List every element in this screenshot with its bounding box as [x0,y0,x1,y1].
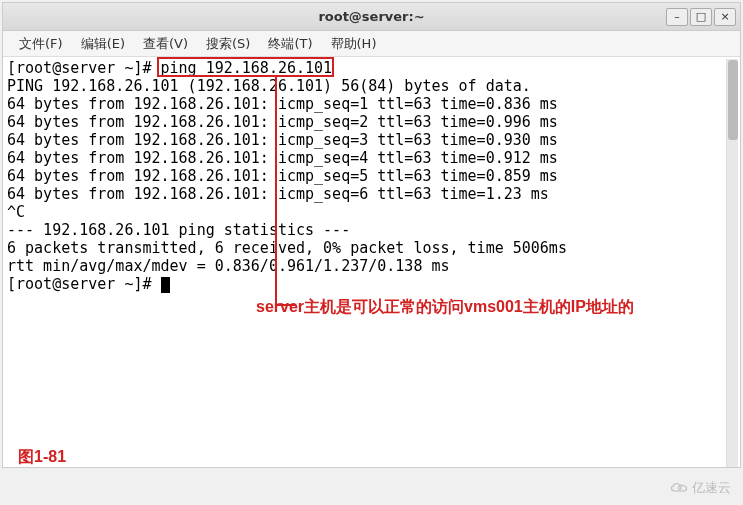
watermark: 亿速云 [670,479,731,497]
menu-help[interactable]: 帮助(H) [323,33,385,55]
watermark-text: 亿速云 [692,479,731,497]
prompt-line-2: [root@server ~]# [7,275,170,293]
prompt-2: [root@server ~]# [7,275,161,293]
menu-file[interactable]: 文件(F) [11,33,71,55]
terminal-window: root@server:~ – □ × 文件(F) 编辑(E) 查看(V) 搜索… [2,2,741,468]
menu-edit[interactable]: 编辑(E) [73,33,133,55]
output-line-11: rtt min/avg/max/mdev = 0.836/0.961/1.237… [7,257,450,275]
output-line-10: 6 packets transmitted, 6 received, 0% pa… [7,239,567,257]
figure-label: 图1-81 [18,447,66,468]
menu-view[interactable]: 查看(V) [135,33,196,55]
output-line-9: --- 192.168.26.101 ping statistics --- [7,221,350,239]
maximize-button[interactable]: □ [690,8,712,26]
annotation-text: server主机是可以正常的访问vms001主机的IP地址的 [256,297,634,318]
output-line-3: 64 bytes from 192.168.26.101: icmp_seq=2… [7,113,558,131]
menu-search[interactable]: 搜索(S) [198,33,258,55]
close-button[interactable]: × [714,8,736,26]
menu-bar: 文件(F) 编辑(E) 查看(V) 搜索(S) 终端(T) 帮助(H) [3,31,740,57]
output-line-8: ^C [7,203,25,221]
window-controls: – □ × [666,8,736,26]
output-line-5: 64 bytes from 192.168.26.101: icmp_seq=4… [7,149,558,167]
output-line-6: 64 bytes from 192.168.26.101: icmp_seq=5… [7,167,558,185]
output-line-7: 64 bytes from 192.168.26.101: icmp_seq=6… [7,185,549,203]
vertical-scrollbar[interactable] [726,59,738,467]
window-title: root@server:~ [318,9,424,24]
output-line-1: PING 192.168.26.101 (192.168.26.101) 56(… [7,77,531,95]
prompt-1: [root@server ~]# [7,59,161,77]
cursor-icon [161,277,170,293]
terminal-output[interactable]: [root@server ~]# ping 192.168.26.101 PIN… [3,57,740,467]
scrollbar-thumb[interactable] [728,60,738,140]
cloud-icon [670,481,688,495]
prompt-line-1: [root@server ~]# ping 192.168.26.101 [7,59,332,77]
minimize-button[interactable]: – [666,8,688,26]
menu-terminal[interactable]: 终端(T) [260,33,320,55]
output-line-2: 64 bytes from 192.168.26.101: icmp_seq=1… [7,95,558,113]
ping-command: ping 192.168.26.101 [161,59,333,77]
window-titlebar: root@server:~ – □ × [3,3,740,31]
svg-point-0 [678,487,681,490]
output-line-4: 64 bytes from 192.168.26.101: icmp_seq=3… [7,131,558,149]
